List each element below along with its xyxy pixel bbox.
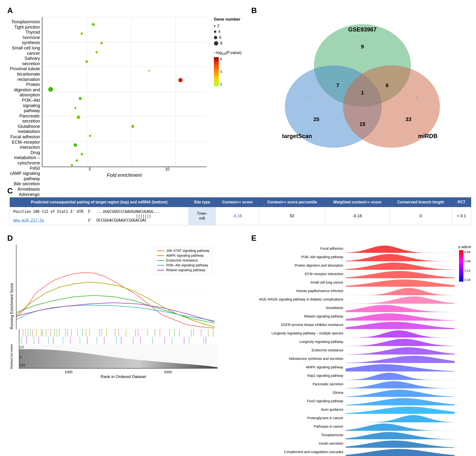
rug-endocrine (30, 329, 213, 337)
venn-sym-right: * (416, 96, 418, 100)
ridge-area-8 (346, 312, 455, 320)
legend-line-ampk (157, 255, 164, 256)
td-pct: < 0.1 (452, 207, 471, 225)
line-jak-stat (17, 272, 215, 328)
ridge-area-18 (346, 397, 455, 405)
ridge-row-15: Rap1 signaling pathway (254, 372, 455, 380)
mirna-link[interactable]: mmu-miR-217-5p (13, 218, 44, 223)
legend-dot-6 (214, 36, 217, 39)
ridge-rows: Focal adhesionPI3K–Akt signaling pathway… (254, 245, 455, 456)
panel-e: E Focal adhesionPI3K–Akt signaling pathw… (249, 232, 476, 456)
legend-line-jak (157, 250, 164, 251)
ridge-row-8: Relaxin signaling pathway (254, 312, 455, 320)
panel-b-label: B (251, 6, 257, 15)
ridge-area-9 (346, 321, 455, 329)
venn-svg: GSE93967 targetScan miRDB 9 7 6 1 25 15 … (278, 17, 447, 152)
ridge-shape-21 (346, 423, 455, 431)
ridge-shape-13 (346, 356, 455, 363)
ridge-row-18: FoxO signaling pathway (254, 397, 455, 405)
main-container: A Toxoplasmosis Tight junction Thyroid h… (0, 0, 476, 456)
venn-num-all: 1 (361, 90, 364, 96)
gsea-ylabel2: Ranked list metric (10, 344, 17, 369)
panel-c: C Predicted consequential pairing of tar… (5, 185, 476, 230)
td-branch-length: 0 (390, 207, 452, 225)
legend-jak-stat: JAK-STAT signaling pathway (157, 249, 210, 253)
dot-camp (74, 143, 77, 147)
ridge-label-19: Axon guidance (254, 408, 346, 411)
ridge-label-8: Relaxin signaling pathway (254, 314, 346, 318)
ridge-label-16: Pancreatic secretion (254, 382, 346, 386)
ridge-shape-2 (346, 262, 455, 270)
ridge-shape-8 (346, 313, 455, 321)
dot-glutathione (74, 107, 76, 109)
gsea-ylabel: Running Enrichment Score (10, 245, 14, 329)
dot-plot-area (42, 17, 207, 167)
table-row-seq-top: Position 106-112 of Stat1 3' UTR 5' ...U… (10, 207, 471, 225)
ridge-label-17: Glioma (254, 391, 346, 395)
ridge-label-13: Aldosterone synthesis and secretion (254, 357, 346, 361)
line-pi3k (17, 305, 215, 321)
ridge-shape-19 (346, 407, 455, 414)
rug-svg (19, 329, 218, 344)
ranked-ytick-05: 0.5 (20, 346, 24, 349)
ridge-colorbar-wrapper: p.adjust 0.04 0.08 0.12 0.16 (458, 245, 471, 282)
ridge-colorbar-ticks: 0.04 0.08 0.12 0.16 (464, 250, 470, 282)
ridge-svg-0 (346, 245, 455, 254)
ridge-area-4 (346, 279, 455, 286)
legend-item-4: 4 (214, 30, 241, 34)
ridge-row-1: PI3K–Akt signaling pathway (254, 253, 455, 261)
ridge-area-16 (346, 380, 455, 388)
ridge-shape-9 (346, 322, 455, 329)
panel-d: D Running Enrichment Score 0.6 0.4 0.2 0… (5, 232, 246, 456)
gene-number-legend-title: Gene number (214, 17, 241, 22)
ridge-svg-6 (346, 296, 455, 305)
td-site-type: 7mer-m8 (189, 207, 216, 225)
ridge-svg-16 (346, 380, 455, 389)
color-legend: −log10(P.value) 6 4 2 (214, 50, 241, 86)
ridge-shape-23 (346, 440, 455, 448)
ridge-row-5: Human papillomavirus infection (254, 287, 455, 295)
ridge-svg-24 (346, 448, 455, 456)
ridge-area-22 (346, 431, 455, 439)
legend-ampk: AMPK signaling pathway (157, 253, 210, 257)
ridge-shape-5 (346, 288, 455, 295)
ridge-svg-15 (346, 372, 455, 381)
ridge-label-9: EGFR tyrosine kinase inhibitor resistanc… (254, 323, 346, 327)
panel-a-label: A (7, 6, 13, 15)
gsea-top-chart: 0.6 0.4 0.2 0.0 (16, 245, 215, 329)
venn-num-ts-only: 25 (314, 116, 319, 122)
ridge-row-23: Insulin secretion (254, 439, 455, 447)
dot-thyroid (100, 42, 103, 44)
ridge-label-2: Protein digestion and absorption (254, 263, 346, 267)
dot-legend: Gene number 2 4 6 8 −log1 (214, 17, 241, 86)
ridge-label-12: Endocrine resistance (254, 348, 346, 352)
ridge-label-23: Insulin secretion (254, 441, 346, 445)
ranked-area (19, 349, 218, 368)
ridge-area-2 (346, 262, 455, 269)
ridge-label-15: Rap1 signaling pathway (254, 374, 346, 378)
ridge-svg-22 (346, 431, 455, 440)
venn-label-gse: GSE93967 (348, 26, 376, 33)
ridge-shape-12 (346, 347, 455, 355)
panel-a: A Toxoplasmosis Tight junction Thyroid h… (5, 5, 246, 183)
ridge-svg-21 (346, 422, 455, 432)
ridge-shape-7 (346, 305, 455, 312)
dot-protein (178, 78, 183, 82)
color-bar (214, 57, 219, 86)
ridge-svg-11 (346, 338, 455, 347)
ridge-label-18: FoxO signaling pathway (254, 399, 346, 403)
ridge-area-11 (346, 338, 455, 346)
ridge-area-19 (346, 406, 455, 413)
ridge-shape-4 (346, 279, 455, 287)
dot-toxoplasmosis (92, 23, 95, 26)
ridge-svg-14 (346, 363, 455, 372)
ridge-label-0: Focal adhesion (254, 246, 346, 250)
ridge-label-11: Longevity regulating pathway (254, 340, 346, 344)
th-weighted: Weighted context++ score (325, 198, 389, 207)
dot-pancreatic (78, 97, 82, 100)
ridge-label-3: ECM–receptor interaction (254, 272, 346, 276)
panel-b: B GSE93967 targetScan miRDB 9 7 6 1 25 1… (249, 5, 476, 183)
xaxis-label: Fold enrichment (42, 172, 207, 178)
th-site-type: Site type (189, 198, 216, 207)
legend-dot-4 (214, 31, 216, 33)
